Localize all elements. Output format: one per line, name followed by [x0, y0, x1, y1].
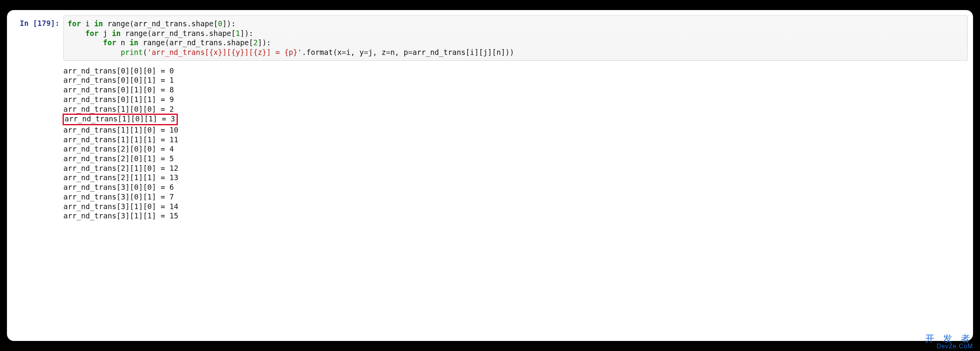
output-line: arr_nd_trans[3][0][0] = 6	[63, 183, 174, 191]
output-line: arr_nd_trans[1][0][0] = 2	[63, 105, 174, 113]
kw-for: for	[85, 29, 99, 37]
var-n: n	[116, 38, 129, 47]
input-prompt: In [179]:	[12, 15, 63, 28]
output-line: arr_nd_trans[2][0][0] = 4	[63, 145, 174, 153]
watermark-cn: 开 发 者	[925, 334, 973, 343]
fn-print: print	[121, 48, 143, 56]
output-line: arr_nd_trans[0][1][1] = 9	[63, 95, 174, 104]
eq: =	[408, 48, 412, 56]
format-string: 'arr_nd_trans[{x}][{y}][{z}] = {p}'	[147, 48, 302, 56]
arg-i: i, y	[346, 48, 364, 56]
output-line: arr_nd_trans[1][1][0] = 10	[63, 126, 178, 134]
output-line: arr_nd_trans[2][1][1] = 13	[63, 173, 178, 182]
var-i: i	[81, 19, 94, 28]
range3: range(arr_nd_trans.shape[	[138, 38, 253, 47]
output-row: arr_nd_trans[0][0][0] = 0 arr_nd_trans[0…	[12, 66, 968, 221]
prompt-number: 179	[37, 19, 51, 27]
output-prompt-spacer	[12, 66, 63, 221]
output-line: arr_nd_trans[0][1][0] = 8	[63, 85, 174, 94]
kw-in: in	[112, 29, 121, 37]
range2: range(arr_nd_trans.shape[	[121, 29, 235, 37]
dot-format: .format(x	[302, 48, 342, 56]
paren-open: (	[143, 48, 147, 56]
watermark-en: DevZe.CoM	[925, 343, 973, 349]
stdout-output: arr_nd_trans[0][0][0] = 0 arr_nd_trans[0…	[63, 66, 178, 221]
indent	[68, 48, 121, 56]
indent	[68, 29, 85, 37]
eq: =	[364, 48, 368, 56]
prompt-prefix: In [	[20, 19, 37, 27]
var-j: j	[99, 29, 112, 37]
range1: range(arr_nd_trans.shape[	[103, 19, 218, 28]
watermark: 开 发 者 DevZe.CoM	[925, 334, 973, 349]
highlighted-line: arr_nd_trans[1][0][1] = 3	[63, 114, 178, 125]
num-2: 2	[253, 38, 257, 47]
output-line: arr_nd_trans[3][1][1] = 15	[63, 211, 178, 220]
output-line: arr_nd_trans[3][0][1] = 7	[63, 193, 174, 201]
code-input[interactable]: for i in range(arr_nd_trans.shape[0]): f…	[63, 15, 968, 61]
output-line: arr_nd_trans[0][0][1] = 1	[63, 76, 174, 84]
kw-for: for	[103, 38, 116, 47]
range2-end: ]):	[240, 29, 253, 37]
prompt-suffix: ]:	[51, 19, 60, 27]
num-0: 0	[218, 19, 222, 28]
range3-end: ]):	[258, 38, 271, 47]
kw-in: in	[94, 19, 103, 28]
output-line: arr_nd_trans[3][1][0] = 14	[63, 202, 178, 211]
output-line: arr_nd_trans[2][0][1] = 5	[63, 154, 174, 163]
eq: =	[386, 48, 390, 56]
arg-expr: arr_nd_trans[i][j][n]))	[412, 48, 514, 56]
arg-j: j, z	[368, 48, 386, 56]
output-line: arr_nd_trans[0][0][0] = 0	[63, 66, 174, 75]
eq: =	[342, 48, 346, 56]
arg-n: n, p	[390, 48, 408, 56]
output-line: arr_nd_trans[1][1][1] = 11	[63, 135, 178, 144]
notebook-cell: In [179]: for i in range(arr_nd_trans.sh…	[7, 10, 973, 341]
num-1: 1	[236, 29, 240, 37]
kw-for: for	[68, 19, 81, 28]
input-row: In [179]: for i in range(arr_nd_trans.sh…	[12, 15, 968, 61]
range1-end: ]):	[222, 19, 235, 28]
output-line: arr_nd_trans[2][1][0] = 12	[63, 164, 178, 172]
kw-in: in	[129, 38, 138, 47]
indent	[68, 38, 103, 47]
